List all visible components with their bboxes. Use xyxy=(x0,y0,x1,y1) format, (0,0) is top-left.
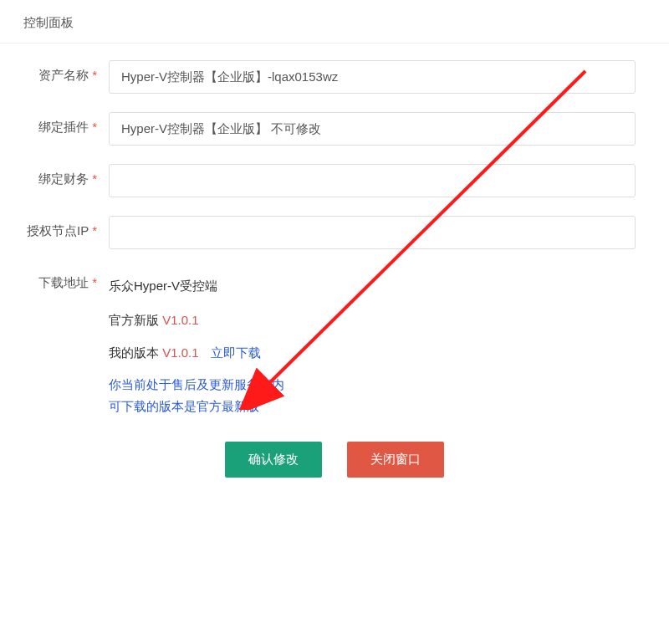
panel-title: 控制面板 xyxy=(0,7,669,43)
label-download-text: 下载地址 xyxy=(38,275,89,289)
form: 资产名称* 绑定插件* 绑定财务* 授权节点IP* 下载地址* xyxy=(0,43,669,494)
row-bind-finance: 绑定财务* xyxy=(17,164,652,197)
label-asset-name: 资产名称* xyxy=(17,60,109,84)
button-row: 确认修改 关闭窗口 xyxy=(17,442,652,478)
service-note-line1: 你当前处于售后及更新服务期内 xyxy=(109,374,652,396)
download-block: 乐众Hyper-V受控端 官方新版 V1.0.1 我的版本 V1.0.1 立即下… xyxy=(109,268,652,417)
download-product-title: 乐众Hyper-V受控端 xyxy=(109,269,652,302)
required-asterisk: * xyxy=(92,223,97,238)
cancel-button[interactable]: 关闭窗口 xyxy=(347,442,444,478)
download-my-line: 我的版本 V1.0.1 立即下载 xyxy=(109,336,652,369)
service-note-line2: 可下载的版本是官方最新版 xyxy=(109,396,652,417)
required-asterisk: * xyxy=(92,275,97,289)
required-asterisk: * xyxy=(92,68,97,82)
official-version: V1.0.1 xyxy=(162,313,198,327)
label-asset-name-text: 资产名称 xyxy=(38,68,89,82)
label-bind-finance-text: 绑定财务 xyxy=(38,171,89,186)
confirm-button[interactable]: 确认修改 xyxy=(225,442,322,478)
label-bind-finance: 绑定财务* xyxy=(17,164,109,187)
download-now-link[interactable]: 立即下载 xyxy=(211,345,261,360)
label-bind-plugin-text: 绑定插件 xyxy=(38,120,89,134)
row-download: 下载地址* 乐众Hyper-V受控端 官方新版 V1.0.1 我的版本 V1.0… xyxy=(17,268,652,417)
row-auth-node-ip: 授权节点IP* xyxy=(17,216,652,249)
row-asset-name: 资产名称* xyxy=(17,60,652,94)
label-bind-plugin: 绑定插件* xyxy=(17,112,109,135)
official-prefix: 官方新版 xyxy=(109,313,159,327)
input-bind-plugin[interactable] xyxy=(109,112,636,146)
required-asterisk: * xyxy=(92,120,97,134)
my-version: V1.0.1 xyxy=(162,345,198,360)
label-download: 下载地址* xyxy=(17,268,109,291)
input-auth-node-ip[interactable] xyxy=(109,216,636,249)
my-prefix: 我的版本 xyxy=(109,345,159,360)
label-auth-node-ip: 授权节点IP* xyxy=(17,216,109,239)
required-asterisk: * xyxy=(92,171,97,186)
label-auth-node-ip-text: 授权节点IP xyxy=(27,223,89,238)
control-panel: 控制面板 资产名称* 绑定插件* 绑定财务* 授权节点IP* xyxy=(0,0,669,501)
input-asset-name[interactable] xyxy=(109,60,636,94)
download-official-line: 官方新版 V1.0.1 xyxy=(109,304,652,336)
row-bind-plugin: 绑定插件* xyxy=(17,112,652,146)
service-note: 你当前处于售后及更新服务期内 可下载的版本是官方最新版 xyxy=(109,374,652,417)
input-bind-finance[interactable] xyxy=(109,164,636,197)
